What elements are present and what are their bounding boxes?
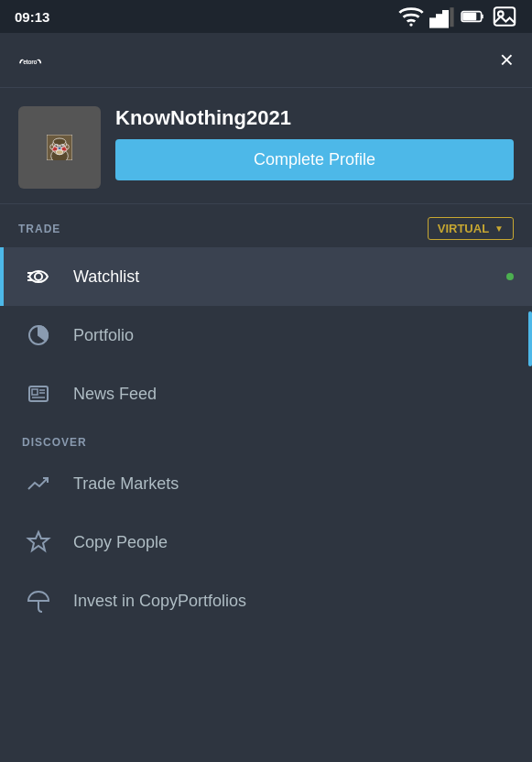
trade-markets-label: Trade Markets xyxy=(73,474,179,494)
svg-point-38 xyxy=(35,273,42,280)
svg-point-35 xyxy=(56,150,62,155)
copy-people-icon xyxy=(22,526,55,559)
svg-point-36 xyxy=(50,145,54,149)
copyportfolios-icon xyxy=(22,584,55,617)
header: etoro × xyxy=(0,33,532,88)
watchlist-label: Watchlist xyxy=(73,267,139,287)
avatar-image xyxy=(47,135,72,160)
profile-info: KnowNothing2021 Complete Profile xyxy=(115,106,514,180)
wifi-icon xyxy=(398,4,424,29)
nav-item-trade-markets[interactable]: Trade Markets xyxy=(0,454,532,513)
svg-rect-3 xyxy=(443,11,447,27)
news-feed-label: News Feed xyxy=(73,385,157,404)
signal-icon xyxy=(429,4,455,29)
nav-item-portfolio[interactable]: Portfolio xyxy=(0,306,532,365)
trade-markets-icon xyxy=(22,467,55,500)
watchlist-dot xyxy=(506,273,514,280)
svg-rect-44 xyxy=(32,389,38,395)
svg-rect-7 xyxy=(494,7,515,26)
status-icons xyxy=(398,4,517,29)
portfolio-label: Portfolio xyxy=(73,326,134,345)
svg-point-37 xyxy=(66,145,70,149)
svg-point-0 xyxy=(409,23,412,26)
nav-section: Watchlist Portfolio News Feed xyxy=(0,247,532,423)
discover-section: DISCOVER Trade Markets Copy People xyxy=(0,423,532,630)
image-icon xyxy=(492,4,517,29)
scrollbar-indicator xyxy=(528,311,532,366)
logo: etoro xyxy=(18,46,44,75)
nav-item-copy-people[interactable]: Copy People xyxy=(0,513,532,572)
virtual-badge[interactable]: VIRTUAL ▼ xyxy=(428,217,514,240)
svg-point-20 xyxy=(62,145,63,146)
svg-text:etoro: etoro xyxy=(23,59,37,65)
copyportfolios-label: Invest in CopyPortfolios xyxy=(73,592,246,611)
svg-rect-4 xyxy=(450,7,453,27)
svg-marker-48 xyxy=(28,532,49,550)
nav-item-watchlist[interactable]: Watchlist xyxy=(0,247,532,306)
svg-rect-6 xyxy=(462,13,476,21)
copy-people-label: Copy People xyxy=(73,533,168,552)
svg-point-19 xyxy=(57,145,58,146)
logo-text: etoro xyxy=(18,46,44,75)
news-feed-icon xyxy=(22,377,55,410)
portfolio-icon xyxy=(22,319,55,352)
svg-rect-2 xyxy=(437,16,440,27)
dropdown-arrow-icon: ▼ xyxy=(494,223,504,234)
svg-point-14 xyxy=(53,138,66,145)
nav-item-copyportfolios[interactable]: Invest in CopyPortfolios xyxy=(0,572,532,630)
status-time: 09:13 xyxy=(15,9,49,25)
nav-item-news-feed[interactable]: News Feed xyxy=(0,365,532,423)
close-button[interactable]: × xyxy=(500,46,514,74)
trade-section: TRADE VIRTUAL ▼ xyxy=(0,204,532,247)
username: KnowNothing2021 xyxy=(115,106,514,130)
virtual-label: VIRTUAL xyxy=(438,222,489,235)
trade-label: TRADE xyxy=(18,223,60,235)
status-bar: 09:13 xyxy=(0,0,532,33)
watchlist-icon xyxy=(22,260,55,293)
avatar xyxy=(18,106,101,189)
complete-profile-button[interactable]: Complete Profile xyxy=(115,139,514,180)
discover-label: DISCOVER xyxy=(0,423,532,454)
svg-rect-1 xyxy=(430,19,434,27)
profile-section: KnowNothing2021 Complete Profile xyxy=(0,88,532,204)
etoro-logo-icon: etoro xyxy=(18,49,44,74)
battery-icon xyxy=(461,4,486,29)
